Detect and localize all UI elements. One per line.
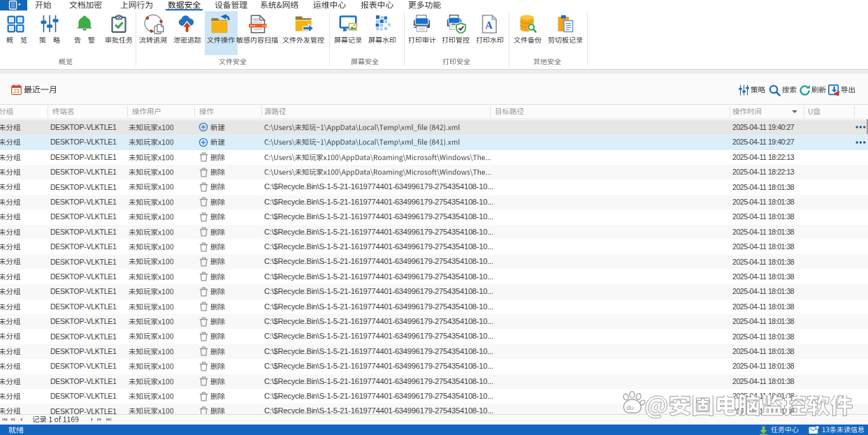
svg-text:A: A bbox=[485, 20, 493, 31]
svg-text:du: du bbox=[626, 404, 634, 411]
svg-text:23: 23 bbox=[13, 88, 19, 94]
